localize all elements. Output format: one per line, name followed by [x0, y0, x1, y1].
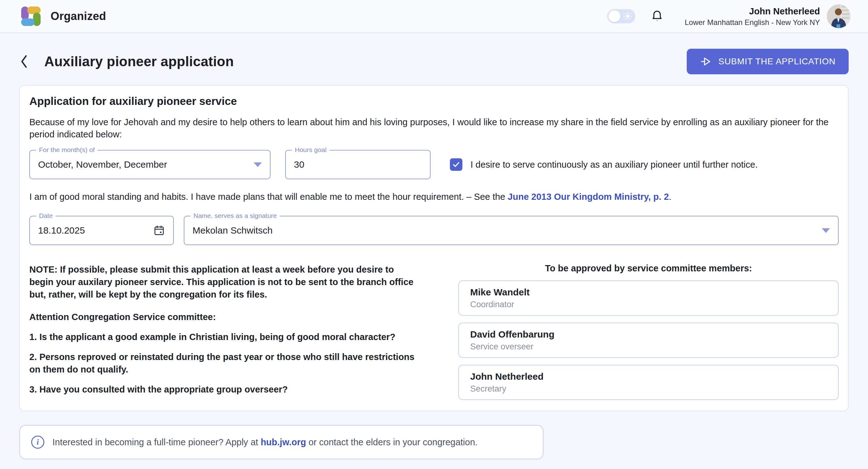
- send-icon: [700, 56, 712, 67]
- member-role: Secretary: [470, 384, 838, 394]
- submit-application-label: SUBMIT THE APPLICATION: [718, 57, 836, 66]
- continuous-service-option[interactable]: I desire to serve continuously as an aux…: [450, 158, 757, 171]
- pioneer-info-text: Interested in becoming a full-time pione…: [53, 437, 478, 447]
- member-role: Coordinator: [470, 300, 838, 310]
- period-fields-row: For the month(s) of October, November, D…: [29, 150, 839, 179]
- months-select-label: For the month(s) of: [36, 146, 98, 154]
- member-name: Mike Wandelt: [470, 287, 838, 298]
- member-name: David Offenbarung: [470, 329, 838, 340]
- committee-question-1: 1. Is the applicant a good example in Ch…: [29, 331, 418, 343]
- user-avatar[interactable]: [827, 4, 850, 28]
- note-paragraph: NOTE: If possible, please submit this ap…: [29, 263, 418, 301]
- months-select-value: October, November, December: [38, 159, 167, 170]
- pioneer-info-banner: i Interested in becoming a full-time pio…: [19, 425, 544, 459]
- attention-heading: Attention Congregation Service committee…: [29, 311, 418, 323]
- chevron-down-icon: [822, 228, 830, 233]
- signature-fields-row: Date 18.10.2025 Name, serves as a signat…: [29, 216, 839, 245]
- moral-statement: I am of good moral standing and habits. …: [29, 192, 839, 202]
- info-text-after: or contact the elders in your congregati…: [306, 437, 478, 447]
- notes-column: NOTE: If possible, please submit this ap…: [29, 263, 418, 400]
- approval-column: To be approved by service committee memb…: [458, 263, 839, 400]
- hours-goal-value: 30: [294, 159, 304, 170]
- submit-application-button[interactable]: SUBMIT THE APPLICATION: [687, 49, 849, 74]
- member-role: Service overseer: [470, 342, 838, 352]
- date-value: 18.10.2025: [38, 225, 85, 236]
- sun-icon: [623, 12, 632, 22]
- toggle-knob: [609, 10, 620, 22]
- user-congregation: Lower Manhattan English - New York NY: [685, 18, 820, 27]
- page-title: Auxiliary pioneer application: [44, 54, 234, 69]
- signature-name-value: Mekolan Schwitsch: [192, 225, 273, 236]
- moral-statement-text: I am of good moral standing and habits. …: [29, 192, 508, 202]
- app-logo-icon: [19, 5, 42, 28]
- user-name: John Netherleed: [685, 6, 820, 17]
- continuous-service-checkbox[interactable]: [450, 158, 462, 171]
- app-name: Organized: [51, 10, 106, 23]
- hub-jw-org-link[interactable]: hub.jw.org: [260, 437, 306, 447]
- notifications-bell-icon[interactable]: [650, 9, 664, 23]
- signature-name-select[interactable]: Name, serves as a signature Mekolan Schw…: [184, 216, 839, 245]
- committee-member-card: David Offenbarung Service overseer: [458, 323, 839, 358]
- application-card: Application for auxiliary pioneer servic…: [19, 85, 849, 411]
- chevron-down-icon: [254, 163, 262, 167]
- date-picker[interactable]: Date 18.10.2025: [29, 216, 174, 245]
- continuous-service-label: I desire to serve continuously as an aux…: [470, 159, 757, 170]
- page-title-row: Auxiliary pioneer application SUBMIT THE…: [0, 33, 868, 74]
- calendar-icon: [153, 225, 165, 236]
- committee-member-card: John Netherleed Secretary: [458, 365, 839, 400]
- check-icon: [452, 160, 460, 169]
- committee-question-2: 2. Persons reproved or reinstated during…: [29, 351, 418, 376]
- moral-statement-period: .: [669, 192, 672, 202]
- committee-question-3: 3. Have you consulted with the appropria…: [29, 383, 418, 395]
- user-info[interactable]: John Netherleed Lower Manhattan English …: [685, 6, 820, 27]
- application-heading: Application for auxiliary pioneer servic…: [29, 95, 839, 108]
- app-header: Organized John Netherleed Lower Manhatta…: [0, 0, 868, 33]
- committee-member-card: Mike Wandelt Coordinator: [458, 281, 839, 316]
- info-icon: i: [31, 436, 44, 449]
- hours-goal-input[interactable]: Hours goal 30: [285, 150, 431, 179]
- approval-heading: To be approved by service committee memb…: [458, 263, 839, 273]
- application-intro: Because of my love for Jehovah and my de…: [29, 116, 834, 141]
- info-text-before: Interested in becoming a full-time pione…: [53, 437, 260, 447]
- theme-toggle[interactable]: [607, 9, 635, 23]
- hours-goal-label: Hours goal: [292, 146, 330, 154]
- date-label: Date: [36, 212, 56, 219]
- member-name: John Netherleed: [470, 371, 838, 382]
- signature-name-label: Name, serves as a signature: [191, 212, 280, 219]
- back-button[interactable]: [19, 54, 32, 69]
- months-select[interactable]: For the month(s) of October, November, D…: [29, 150, 271, 179]
- kingdom-ministry-link[interactable]: June 2013 Our Kingdom Ministry, p. 2: [508, 192, 669, 202]
